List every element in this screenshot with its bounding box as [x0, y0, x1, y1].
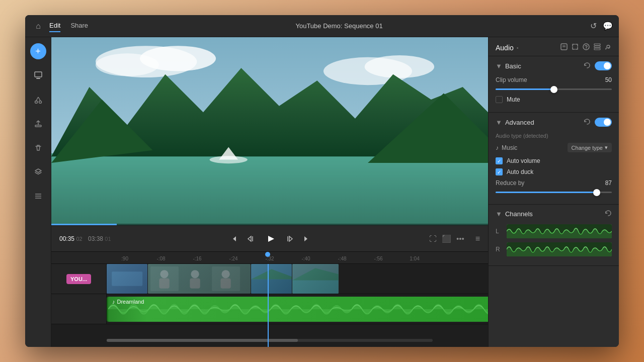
advanced-section: ▼ Advanced Audio type (de	[489, 113, 619, 205]
audio-track-name: Dreamland	[117, 299, 144, 305]
top-bar: ⌂ Edit Share YouTube Demo: Sequence 01 ↺…	[25, 15, 619, 37]
reduce-slider-container	[496, 192, 612, 193]
change-type-dropdown[interactable]: Change type ▾	[568, 143, 612, 152]
sidebar-icon-delete[interactable]	[30, 140, 46, 156]
advanced-chevron-icon: ▼	[496, 119, 502, 126]
video-track-content[interactable]	[107, 264, 488, 294]
reduce-slider-row	[496, 192, 612, 193]
clip2-icon[interactable]	[605, 43, 612, 52]
channels-reset-icon[interactable]	[605, 210, 612, 218]
export-icon[interactable]: ⬛	[442, 234, 451, 243]
mute-checkbox[interactable]	[496, 96, 503, 103]
basic-toggle[interactable]	[595, 61, 612, 70]
svg-point-2	[35, 101, 37, 104]
svg-rect-31	[159, 278, 170, 288]
svg-rect-47	[594, 44, 600, 45]
volume-slider-fill	[496, 88, 554, 90]
svg-rect-26	[150, 266, 179, 291]
svg-rect-49	[594, 48, 600, 50]
audio-type-icon[interactable]	[583, 43, 590, 52]
thumb-1	[107, 264, 147, 294]
reduce-by-value: 87	[605, 179, 612, 187]
main-content: +	[25, 37, 619, 347]
nav-edit[interactable]: Edit	[49, 20, 60, 32]
note-icon: ♪	[112, 299, 115, 305]
advanced-toggle[interactable]	[595, 118, 612, 127]
add-button[interactable]: +	[30, 43, 46, 59]
scrollbar-thumb[interactable]	[107, 339, 298, 342]
chat-icon[interactable]: 💬	[603, 21, 613, 31]
svg-rect-0	[35, 72, 42, 77]
music-text: Music	[502, 144, 517, 151]
clip-icon[interactable]	[560, 43, 568, 52]
expand-icon[interactable]	[572, 43, 579, 52]
reduce-slider-track[interactable]	[496, 192, 612, 193]
svg-line-4	[36, 97, 38, 101]
svg-rect-6	[35, 125, 41, 127]
channel-l-row: L	[496, 224, 612, 238]
advanced-reset-icon[interactable]	[584, 118, 591, 127]
svg-rect-28	[212, 266, 240, 291]
auto-volume-label: Auto volume	[507, 157, 540, 164]
channels-label: Channels	[505, 210, 533, 218]
sidebar-icon-cut[interactable]	[30, 92, 46, 108]
nav-share[interactable]: Share	[70, 20, 88, 32]
basic-reset-icon[interactable]	[584, 62, 591, 70]
svg-rect-1	[36, 78, 40, 79]
svg-rect-25	[148, 264, 250, 294]
ruler-mark-8: 1:04	[396, 256, 433, 261]
sidebar-icon-export[interactable]	[30, 116, 46, 132]
playback-extras: ⛶ ⬛ •••	[429, 234, 464, 243]
fullscreen-icon[interactable]: ⛶	[429, 234, 437, 243]
audio-type-detected-label: Audio type (detected)	[496, 133, 612, 139]
auto-duck-checkbox[interactable]: ✓	[496, 168, 503, 175]
dropdown-chevron-icon: ▾	[605, 144, 608, 151]
more-icon[interactable]: •••	[456, 234, 464, 243]
ruler-mark-2: -:16	[179, 256, 215, 261]
total-time: 03:38	[88, 235, 103, 242]
channel-l-label: L	[496, 228, 503, 235]
clip-volume-value: 50	[605, 76, 612, 83]
volume-slider-track[interactable]	[496, 88, 612, 90]
timeline-collapse[interactable]: ≡	[475, 234, 480, 243]
skip-back-button[interactable]	[230, 235, 238, 243]
skip-fwd-button[interactable]	[302, 235, 310, 243]
svg-rect-29	[243, 266, 248, 291]
channels-section-actions	[605, 210, 612, 218]
panel-icons	[560, 43, 612, 52]
preview-area	[51, 37, 488, 225]
video-preview	[51, 37, 488, 225]
sidebar-icon-list[interactable]	[30, 188, 46, 204]
undo-icon[interactable]: ↺	[590, 21, 597, 31]
auto-volume-checkbox[interactable]: ✓	[496, 157, 503, 164]
play-button[interactable]	[262, 231, 278, 247]
home-icon[interactable]: ⌂	[31, 19, 45, 33]
ruler-mark-7: -:56	[360, 256, 396, 261]
playhead-dot	[265, 252, 270, 257]
audio-clip[interactable]: ♪ Dreamland	[107, 297, 488, 322]
playback-controls	[117, 231, 423, 247]
step-fwd-button[interactable]	[286, 235, 294, 243]
panel-title: Audio •	[496, 44, 519, 52]
advanced-section-header: ▼ Advanced	[496, 118, 612, 127]
video-thumbnails	[107, 264, 488, 294]
volume-slider-thumb[interactable]	[550, 86, 557, 93]
channel-l-svg	[507, 224, 612, 238]
ruler-mark-4: -:32	[252, 256, 288, 261]
ruler-mark-3: -:24	[215, 256, 252, 261]
stacks-icon[interactable]	[594, 43, 601, 52]
sidebar-icon-layers[interactable]	[30, 164, 46, 180]
ruler-mark-5: -:40	[288, 256, 324, 261]
svg-point-32	[191, 270, 199, 278]
audio-track-content[interactable]: ♪ Dreamland	[107, 294, 488, 324]
step-back-button[interactable]	[246, 235, 254, 243]
auto-duck-row: ✓ Auto duck	[496, 168, 612, 175]
current-frame: 02	[76, 236, 82, 242]
channels-section-header: ▼ Channels	[496, 210, 612, 218]
ruler-mark-1: -:08	[143, 256, 179, 261]
audio-track-label-cell	[51, 294, 107, 324]
sidebar-icon-media[interactable]	[30, 67, 46, 83]
mute-row: Mute	[496, 96, 612, 103]
basic-section: ▼ Basic Clip v	[489, 56, 619, 113]
reduce-slider-thumb[interactable]	[593, 189, 600, 196]
